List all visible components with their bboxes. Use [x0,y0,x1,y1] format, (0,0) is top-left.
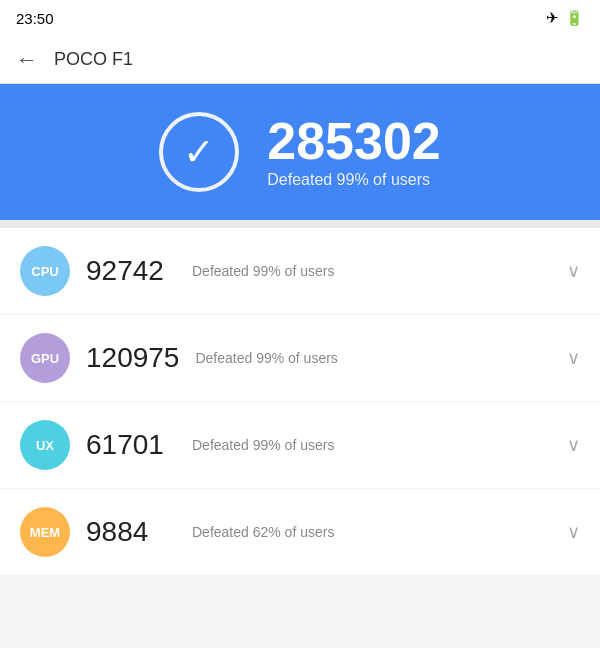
row-subtitle-cpu: Defeated 99% of users [192,263,334,279]
page-title: POCO F1 [54,49,133,70]
row-info-ux: 61701 Defeated 99% of users ∨ [86,429,580,461]
section-divider [0,220,600,228]
row-score-gpu: 120975 [86,342,179,374]
chevron-icon-mem[interactable]: ∨ [567,521,580,543]
row-subtitle-mem: Defeated 62% of users [192,524,334,540]
toolbar: ← POCO F1 [0,36,600,84]
status-bar: 23:50 ✈ 🔋 [0,0,600,36]
check-circle: ✓ [159,112,239,192]
row-info-cpu: 92742 Defeated 99% of users ∨ [86,255,580,287]
chevron-icon-cpu[interactable]: ∨ [567,260,580,282]
badge-ux: UX [20,420,70,470]
check-mark-icon: ✓ [183,133,215,171]
row-score-ux: 61701 [86,429,176,461]
score-row-gpu[interactable]: GPU 120975 Defeated 99% of users ∨ [0,315,600,402]
back-button[interactable]: ← [16,47,38,73]
score-banner: ✓ 285302 Defeated 99% of users [0,84,600,220]
badge-gpu: GPU [20,333,70,383]
badge-cpu: CPU [20,246,70,296]
chevron-icon-gpu[interactable]: ∨ [567,347,580,369]
status-icons: ✈ 🔋 [546,9,584,27]
row-info-mem: 9884 Defeated 62% of users ∨ [86,516,580,548]
score-rows: CPU 92742 Defeated 99% of users ∨ GPU 12… [0,228,600,576]
chevron-icon-ux[interactable]: ∨ [567,434,580,456]
battery-icon: 🔋 [565,9,584,27]
row-score-cpu: 92742 [86,255,176,287]
row-info-gpu: 120975 Defeated 99% of users ∨ [86,342,580,374]
badge-mem: MEM [20,507,70,557]
row-score-mem: 9884 [86,516,176,548]
score-subtitle: Defeated 99% of users [267,171,441,189]
score-row-cpu[interactable]: CPU 92742 Defeated 99% of users ∨ [0,228,600,315]
airplane-icon: ✈ [546,9,559,27]
status-time: 23:50 [16,10,54,27]
row-subtitle-gpu: Defeated 99% of users [195,350,337,366]
row-subtitle-ux: Defeated 99% of users [192,437,334,453]
score-row-ux[interactable]: UX 61701 Defeated 99% of users ∨ [0,402,600,489]
total-score: 285302 [267,115,441,167]
score-info: 285302 Defeated 99% of users [267,115,441,189]
score-row-mem[interactable]: MEM 9884 Defeated 62% of users ∨ [0,489,600,576]
